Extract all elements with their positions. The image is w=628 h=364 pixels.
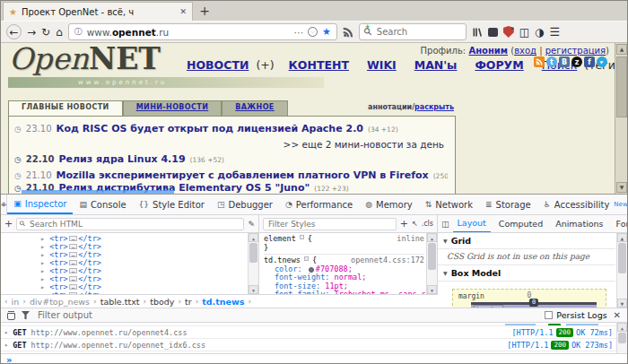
nav-forum-link[interactable]: ФОРУМ: [475, 58, 523, 72]
rule-source-link[interactable]: opennet4.css:172: [351, 256, 424, 265]
color-swatch[interactable]: [309, 267, 314, 273]
tab-debugger[interactable]: ◳Debugger: [211, 195, 279, 214]
zen-icon[interactable]: z: [571, 56, 582, 67]
url-text[interactable]: www.opennet.ru: [87, 27, 290, 38]
border-top-value[interactable]: 0: [529, 299, 538, 307]
tab-accessibility[interactable]: ♿AccessibilityNew: [537, 195, 628, 214]
add-node-button[interactable]: +: [4, 218, 13, 230]
page-scrollbar[interactable]: ▲ ▼: [615, 43, 627, 194]
pick-element-icon[interactable]: ⌖: [1, 195, 7, 214]
markup-node[interactable]: ▸ <tr>…</tr>: [1, 243, 246, 251]
tab-close-icon[interactable]: ✕: [179, 7, 187, 16]
search-bar[interactable]: ⚲+: [359, 23, 467, 40]
crumb-item[interactable]: tr: [185, 297, 192, 307]
console-input-row[interactable]: »: [1, 353, 627, 364]
pseudo-class-button[interactable]: ↖: [412, 220, 418, 228]
crumb-item[interactable]: table.ttxt: [100, 297, 140, 307]
scroll-thumb[interactable]: [249, 243, 257, 263]
site-info-icon[interactable]: ⓘ: [74, 26, 83, 38]
login-link[interactable]: вход: [514, 46, 536, 56]
news-title-link[interactable]: Mozilla экспериментирует с добавлением п…: [57, 169, 429, 181]
scroll-thumb[interactable]: [618, 333, 626, 343]
register-link[interactable]: регистрация: [545, 46, 606, 56]
console-scrollbar[interactable]: ▲: [616, 323, 627, 353]
crumb-forward-icon[interactable]: ›: [248, 297, 251, 306]
facebook-icon[interactable]: f: [584, 56, 595, 67]
markup-node[interactable]: ▸ <tr>…</tr>: [1, 267, 246, 275]
nav-wiki-link[interactable]: WIKI: [367, 58, 397, 72]
expand-link[interactable]: раскрыть: [414, 103, 454, 111]
markup-node[interactable]: ▸ <tr>…</tr>: [1, 283, 246, 291]
search-html-box[interactable]: ⚲: [16, 218, 244, 230]
persist-logs-control[interactable]: Persist Logs: [545, 310, 606, 320]
scroll-up-button[interactable]: ▲: [427, 233, 437, 242]
forward-button[interactable]: →: [27, 27, 36, 38]
search-input[interactable]: [375, 26, 447, 38]
boxmodel-section-header[interactable]: ▼Box Model: [438, 265, 615, 282]
browser-tab[interactable]: ★ Проект OpenNet - всё, ч ✕: [3, 2, 193, 21]
bookmarked-star-icon[interactable]: ★: [322, 26, 331, 38]
markup-scrollbar[interactable]: ▲ ▼: [248, 233, 258, 294]
crumb-back-icon[interactable]: ‹: [4, 297, 8, 306]
scroll-down-button[interactable]: ▼: [427, 285, 437, 294]
ellipsis-icon[interactable]: …: [69, 284, 78, 290]
filter-styles-box[interactable]: [263, 218, 397, 230]
rss-icon[interactable]: [534, 56, 545, 67]
more-mini-news-link[interactable]: >> еще 2 мини-новости за день: [14, 134, 448, 153]
ublock-shield-icon[interactable]: [503, 26, 514, 38]
tab-memory[interactable]: ◍Memory: [359, 195, 419, 214]
scroll-up-button[interactable]: ▲: [617, 323, 627, 332]
ellipsis-icon[interactable]: …: [69, 252, 78, 257]
ellipsis-icon[interactable]: …: [69, 260, 78, 265]
markup-node[interactable]: ▸ <tr>…</tr>: [1, 275, 246, 283]
library-icon[interactable]: [472, 27, 483, 38]
clear-console-icon[interactable]: [7, 311, 15, 320]
tab-animations[interactable]: Animations: [551, 216, 607, 232]
crumb-item[interactable]: in: [12, 297, 20, 307]
opennet-logo[interactable]: OpenNET: [9, 43, 161, 75]
eyedropper-icon[interactable]: ✎: [248, 220, 255, 229]
scroll-thumb[interactable]: [616, 56, 627, 117]
add-rule-button[interactable]: +: [400, 218, 408, 230]
grid-section-header[interactable]: ▼Grid: [438, 233, 615, 249]
tab-main-news[interactable]: ГЛАВНЫЕ НОВОСТИ: [8, 100, 123, 116]
scroll-down-button[interactable]: ▼: [249, 285, 258, 294]
news-title-link[interactable]: Релиз ядра Linux 4.19: [59, 153, 186, 165]
tab-layout[interactable]: Layout: [453, 215, 491, 232]
markup-node[interactable]: ▸ <tr>…</tr>: [1, 251, 246, 259]
tab-inspector[interactable]: ▣Inspector: [7, 195, 73, 214]
sidebar-toggle-icon[interactable]: ◫: [519, 27, 529, 38]
tab-mini-news[interactable]: МИНИ-НОВОСТИ: [123, 100, 222, 116]
markup-node[interactable]: ▸ <tr>…</tr>: [1, 235, 246, 243]
new-tab-button[interactable]: +: [193, 2, 216, 21]
ellipsis-icon[interactable]: …: [69, 268, 78, 273]
ellipsis-icon[interactable]: …: [69, 236, 78, 241]
rule-selector-line[interactable]: element{inline: [264, 235, 424, 244]
expander-icon[interactable]: ▸: [40, 290, 45, 294]
nav-man-link[interactable]: MAN'ы: [414, 58, 458, 72]
markup-node[interactable]: ▸ <tr>…</tr>: [1, 259, 246, 267]
telegram-icon[interactable]: ▸: [597, 56, 607, 67]
rules-scrollbar[interactable]: ▲ ▼: [426, 233, 437, 294]
page-actions-icon[interactable]: ⋯: [293, 27, 303, 38]
tab-important[interactable]: ВАЖНОЕ: [222, 100, 287, 116]
tab-network[interactable]: ⇅Network: [419, 195, 479, 214]
tab-performance[interactable]: ◔Performance: [279, 195, 359, 214]
pocket-icon[interactable]: ⌵: [308, 27, 318, 37]
nav-news-link[interactable]: НОВОСТИ: [187, 58, 249, 72]
ellipsis-icon[interactable]: …: [69, 244, 78, 249]
ellipsis-icon[interactable]: …: [69, 276, 78, 282]
tab-storage[interactable]: ≣Storage: [479, 195, 537, 214]
tab-fonts[interactable]: Fonts: [612, 216, 627, 232]
extension-circle-icon[interactable]: ◑: [535, 27, 544, 38]
rule-source-link[interactable]: inline: [397, 235, 424, 244]
layout-scrollbar[interactable]: ▲ ▼: [616, 233, 627, 308]
scroll-thumb[interactable]: [618, 243, 626, 273]
console-filter-input[interactable]: [36, 309, 538, 321]
extension-icon[interactable]: [488, 28, 498, 37]
nav-content-link[interactable]: КОНТЕНТ: [289, 58, 349, 72]
reload-button[interactable]: ↻: [41, 27, 50, 38]
filter-styles-input[interactable]: [266, 219, 393, 230]
markup-node[interactable]: ▸ <tr>…</tr>: [1, 291, 246, 294]
tab-computed[interactable]: Computed: [494, 216, 547, 232]
